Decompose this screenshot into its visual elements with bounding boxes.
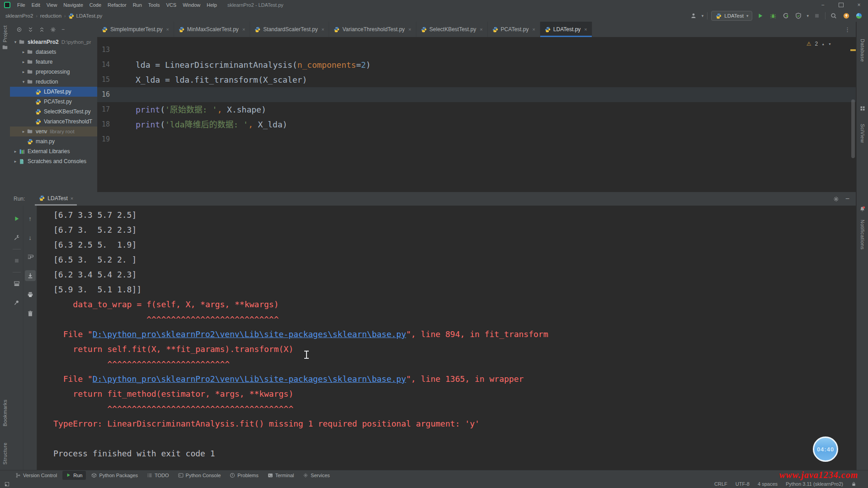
tree-item-preprocessing[interactable]: ▸preprocessing: [10, 67, 97, 77]
chevron-collapsed-icon[interactable]: ▸: [21, 60, 26, 64]
close-icon[interactable]: ×: [242, 27, 245, 32]
close-icon[interactable]: ×: [166, 27, 169, 32]
tab-standardscalertest-py[interactable]: StandardScalerTest.py×: [250, 22, 329, 37]
menu-refactor[interactable]: Refactor: [104, 0, 130, 10]
menu-file[interactable]: File: [14, 0, 28, 10]
menu-tools[interactable]: Tools: [145, 0, 163, 10]
breadcrumb-item[interactable]: sklearnPro2: [5, 13, 33, 19]
menu-window[interactable]: Window: [179, 0, 203, 10]
toolwindow-problems[interactable]: Problems: [226, 471, 262, 480]
gear-icon[interactable]: [50, 27, 56, 33]
toolwindow-python-packages[interactable]: Python Packages: [88, 471, 142, 480]
menu-code[interactable]: Code: [86, 0, 104, 10]
editor-line-16[interactable]: 16: [97, 87, 856, 102]
maximize-icon[interactable]: [832, 0, 850, 10]
chevron-expanded-icon[interactable]: ▾: [13, 40, 18, 44]
close-icon[interactable]: ×: [321, 27, 324, 32]
editor-line-15[interactable]: 15X_lda = lda.fit_transform(X_scaler): [97, 72, 856, 87]
tree-item-variancethresholdt[interactable]: VarianceThresholdT: [10, 117, 97, 127]
lock-icon[interactable]: [851, 481, 856, 487]
hide-panel-icon[interactable]: −: [61, 26, 65, 33]
debug-button[interactable]: [769, 11, 778, 20]
toolwindow-bookmarks[interactable]: Bookmarks: [0, 399, 10, 427]
restore-layout-icon[interactable]: [11, 274, 22, 293]
tab-ldatest-py[interactable]: LDATest.py×: [540, 22, 592, 37]
close-icon[interactable]: ×: [480, 27, 482, 32]
user-icon[interactable]: [689, 11, 698, 20]
tree-item-scratches-and-consoles[interactable]: ▸Scratches and Consoles: [10, 156, 97, 166]
menu-run[interactable]: Run: [130, 0, 145, 10]
toolwindow-structure[interactable]: Structure: [0, 442, 10, 465]
toolwindow-project[interactable]: Project: [0, 25, 10, 50]
toolwindow-python-console[interactable]: Python Console: [175, 471, 225, 480]
toolwindow-run[interactable]: Run: [62, 471, 86, 480]
gear-icon[interactable]: [833, 196, 839, 202]
run-tab[interactable]: LDATest ×: [35, 192, 77, 206]
coverage-button[interactable]: [794, 11, 803, 20]
tab-variancethresholdtest-py[interactable]: VarianceThresholdTest.py×: [329, 22, 416, 37]
rerun-button[interactable]: [11, 209, 22, 228]
run-button[interactable]: [756, 11, 765, 20]
toolwindow-terminal[interactable]: Terminal: [264, 471, 298, 480]
tab-pcatest-py[interactable]: PCATest.py×: [488, 22, 540, 37]
menu-edit[interactable]: Edit: [28, 0, 43, 10]
editor-line-18[interactable]: 18print('lda降维后的数据: ', X_lda): [97, 117, 856, 132]
profiler-button[interactable]: [781, 11, 790, 20]
code-editor[interactable]: 1314lda = LinearDiscriminantAnalysis(n_c…: [97, 37, 856, 192]
tree-item-venv[interactable]: ▸venvlibrary root: [10, 127, 97, 136]
menu-view[interactable]: View: [43, 0, 61, 10]
editor-line-14[interactable]: 14lda = LinearDiscriminantAnalysis(n_com…: [97, 57, 856, 72]
prev-warning-icon[interactable]: ▲: [821, 42, 825, 46]
chevron-collapsed-icon[interactable]: ▸: [21, 50, 26, 54]
breadcrumb-item[interactable]: LDATest.py: [68, 13, 102, 19]
toolwindow-version-control[interactable]: Version Control: [12, 471, 61, 480]
grid-icon[interactable]: [857, 106, 868, 111]
editor-line-19[interactable]: 19: [97, 132, 856, 147]
close-icon[interactable]: ×: [584, 27, 587, 32]
status-crlf[interactable]: CRLF: [714, 481, 727, 487]
tree-item-external-libraries[interactable]: ▸External Libraries: [10, 146, 97, 156]
traceback-file-link[interactable]: D:\python_pro\sklearnPro2\venv\Lib\site-…: [93, 374, 406, 384]
editor-line-17[interactable]: 17print('原始数据: ', X.shape): [97, 102, 856, 117]
tab-simpleimputertest-py[interactable]: SimpleImputerTest.py×: [97, 22, 174, 37]
notifications-icon[interactable]: [857, 206, 868, 212]
more-icon[interactable]: ⋮: [839, 22, 856, 37]
tree-item-ldatest-py[interactable]: LDATest.py: [10, 87, 97, 97]
tree-item-main-py[interactable]: main.py: [10, 136, 97, 146]
up-stack-icon[interactable]: ↑: [25, 209, 36, 228]
tool-windows-toggle-icon[interactable]: [5, 482, 9, 487]
editor-scrollbar[interactable]: [851, 99, 855, 158]
tab-selectkbesttest-py[interactable]: SelectKBestTest.py×: [416, 22, 488, 37]
tree-item-sklearnpro2[interactable]: ▾sklearnPro2D:\python_pr: [10, 37, 97, 47]
toolwindow-todo[interactable]: TODO: [143, 471, 173, 480]
tab-minmaxscalertest-py[interactable]: MinMaxScalerTest.py×: [174, 22, 250, 37]
warning-stripe-mark[interactable]: [850, 49, 856, 51]
status-utf-8[interactable]: UTF-8: [736, 481, 750, 487]
coverage-caret-icon[interactable]: ▾: [807, 14, 809, 18]
clear-console-icon[interactable]: [25, 304, 36, 323]
expand-all-icon[interactable]: [28, 27, 33, 33]
minimize-icon[interactable]: −: [814, 0, 832, 10]
traceback-file-link[interactable]: D:\python_pro\sklearnPro2\venv\Lib\site-…: [93, 329, 406, 339]
sphere-icon[interactable]: [854, 11, 863, 20]
soft-wrap-icon[interactable]: [25, 247, 36, 266]
tree-item-datasets[interactable]: ▸datasets: [10, 47, 97, 57]
next-warning-icon[interactable]: ▼: [828, 42, 831, 46]
close-icon[interactable]: ×: [532, 27, 535, 32]
print-icon[interactable]: [25, 285, 36, 304]
status-python-3-11-sklearnpro2-[interactable]: Python 3.11 (sklearnPro2): [786, 481, 843, 487]
edit-config-icon[interactable]: [11, 228, 22, 247]
tree-item-selectkbesttest-py[interactable]: SelectKBestTest.py: [10, 107, 97, 117]
close-icon[interactable]: ×: [408, 27, 411, 32]
editor-line-13[interactable]: 13: [97, 42, 856, 57]
chevron-expanded-icon[interactable]: ▾: [21, 80, 26, 84]
collapse-all-icon[interactable]: [39, 27, 45, 33]
search-everywhere-icon[interactable]: [829, 11, 838, 20]
toolwindow-services[interactable]: Services: [299, 471, 333, 480]
update-icon[interactable]: [842, 11, 851, 20]
status-4-spaces[interactable]: 4 spaces: [758, 481, 778, 487]
tree-item-feature[interactable]: ▸feature: [10, 57, 97, 67]
chevron-collapsed-icon[interactable]: ▸: [21, 70, 26, 74]
chevron-collapsed-icon[interactable]: ▸: [13, 149, 18, 154]
close-icon[interactable]: ×: [850, 0, 868, 10]
